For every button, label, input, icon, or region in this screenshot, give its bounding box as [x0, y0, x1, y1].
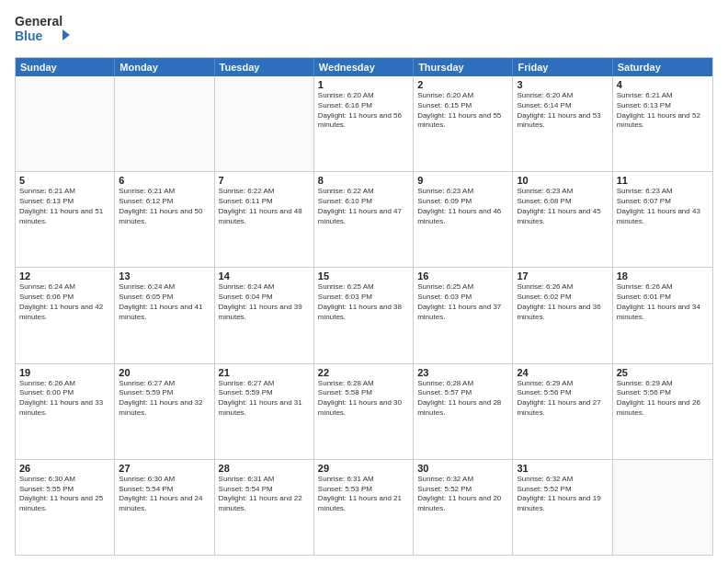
calendar-header: SundayMondayTuesdayWednesdayThursdayFrid… [16, 58, 712, 76]
day-number: 30 [417, 463, 508, 474]
calendar-cell: 10Sunrise: 6:23 AM Sunset: 6:08 PM Dayli… [513, 172, 612, 267]
calendar-cell: 28Sunrise: 6:31 AM Sunset: 5:54 PM Dayli… [215, 460, 314, 555]
svg-text:Blue: Blue [15, 29, 43, 43]
cell-info: Sunrise: 6:30 AM Sunset: 5:54 PM Dayligh… [119, 475, 210, 514]
day-number: 4 [617, 79, 709, 90]
calendar-week: 1Sunrise: 6:20 AM Sunset: 6:16 PM Daylig… [16, 76, 712, 172]
cell-info: Sunrise: 6:31 AM Sunset: 5:54 PM Dayligh… [219, 475, 310, 514]
day-number: 14 [219, 270, 310, 282]
svg-marker-2 [63, 29, 70, 40]
calendar: SundayMondayTuesdayWednesdayThursdayFrid… [15, 57, 713, 556]
cell-info: Sunrise: 6:32 AM Sunset: 5:52 PM Dayligh… [517, 475, 608, 514]
calendar-week: 12Sunrise: 6:24 AM Sunset: 6:06 PM Dayli… [16, 268, 712, 363]
weekday-header: Friday [513, 58, 612, 76]
weekday-header: Thursday [414, 58, 513, 76]
cell-info: Sunrise: 6:29 AM Sunset: 5:56 PM Dayligh… [617, 379, 709, 419]
logo-svg: GeneralBlue [15, 11, 70, 50]
calendar-cell: 1Sunrise: 6:20 AM Sunset: 6:16 PM Daylig… [314, 76, 414, 171]
day-number: 25 [617, 367, 709, 378]
cell-info: Sunrise: 6:24 AM Sunset: 6:06 PM Dayligh… [19, 282, 110, 322]
cell-info: Sunrise: 6:21 AM Sunset: 6:13 PM Dayligh… [19, 187, 110, 226]
day-number: 16 [417, 270, 508, 282]
calendar-body: 1Sunrise: 6:20 AM Sunset: 6:16 PM Daylig… [16, 76, 712, 555]
calendar-cell: 19Sunrise: 6:26 AM Sunset: 6:00 PM Dayli… [16, 364, 115, 459]
weekday-header: Tuesday [215, 58, 314, 76]
day-number: 6 [119, 175, 210, 186]
calendar-cell: 27Sunrise: 6:30 AM Sunset: 5:54 PM Dayli… [115, 460, 214, 555]
calendar-week: 19Sunrise: 6:26 AM Sunset: 6:00 PM Dayli… [16, 364, 712, 460]
weekday-header: Saturday [613, 58, 712, 76]
calendar-cell: 24Sunrise: 6:29 AM Sunset: 5:56 PM Dayli… [513, 364, 612, 459]
cell-info: Sunrise: 6:26 AM Sunset: 6:02 PM Dayligh… [517, 282, 608, 322]
cell-info: Sunrise: 6:24 AM Sunset: 6:04 PM Dayligh… [219, 282, 310, 322]
calendar-cell: 9Sunrise: 6:23 AM Sunset: 6:09 PM Daylig… [414, 172, 513, 267]
calendar-cell: 26Sunrise: 6:30 AM Sunset: 5:55 PM Dayli… [16, 460, 115, 555]
calendar-cell: 2Sunrise: 6:20 AM Sunset: 6:15 PM Daylig… [414, 76, 513, 171]
cell-info: Sunrise: 6:22 AM Sunset: 6:10 PM Dayligh… [318, 187, 409, 226]
cell-info: Sunrise: 6:21 AM Sunset: 6:13 PM Dayligh… [617, 91, 709, 131]
cell-info: Sunrise: 6:27 AM Sunset: 5:59 PM Dayligh… [219, 379, 310, 419]
calendar-cell: 8Sunrise: 6:22 AM Sunset: 6:10 PM Daylig… [314, 172, 414, 267]
calendar-cell: 25Sunrise: 6:29 AM Sunset: 5:56 PM Dayli… [613, 364, 712, 459]
cell-info: Sunrise: 6:24 AM Sunset: 6:05 PM Dayligh… [119, 282, 210, 322]
calendar-cell: 14Sunrise: 6:24 AM Sunset: 6:04 PM Dayli… [215, 268, 314, 362]
day-number: 11 [617, 175, 709, 186]
weekday-header: Wednesday [314, 58, 414, 76]
day-number: 23 [417, 367, 508, 378]
calendar-cell: 20Sunrise: 6:27 AM Sunset: 5:59 PM Dayli… [115, 364, 214, 459]
calendar-cell [215, 76, 314, 171]
cell-info: Sunrise: 6:20 AM Sunset: 6:16 PM Dayligh… [318, 91, 409, 131]
day-number: 27 [119, 463, 210, 474]
day-number: 20 [119, 367, 210, 378]
logo: GeneralBlue [15, 11, 70, 50]
day-number: 3 [517, 79, 608, 90]
day-number: 18 [617, 270, 709, 282]
day-number: 22 [318, 367, 409, 378]
calendar-cell: 18Sunrise: 6:26 AM Sunset: 6:01 PM Dayli… [613, 268, 712, 362]
day-number: 10 [517, 175, 608, 186]
calendar-cell: 21Sunrise: 6:27 AM Sunset: 5:59 PM Dayli… [215, 364, 314, 459]
calendar-cell: 5Sunrise: 6:21 AM Sunset: 6:13 PM Daylig… [16, 172, 115, 267]
day-number: 1 [318, 79, 409, 90]
calendar-cell: 4Sunrise: 6:21 AM Sunset: 6:13 PM Daylig… [613, 76, 712, 171]
day-number: 17 [517, 270, 608, 282]
day-number: 21 [219, 367, 310, 378]
cell-info: Sunrise: 6:23 AM Sunset: 6:09 PM Dayligh… [417, 187, 508, 226]
cell-info: Sunrise: 6:29 AM Sunset: 5:56 PM Dayligh… [517, 379, 608, 419]
day-number: 15 [318, 270, 409, 282]
day-number: 26 [19, 463, 110, 474]
weekday-header: Monday [115, 58, 214, 76]
calendar-cell: 11Sunrise: 6:23 AM Sunset: 6:07 PM Dayli… [613, 172, 712, 267]
day-number: 7 [219, 175, 310, 186]
day-number: 12 [19, 270, 110, 282]
calendar-cell: 22Sunrise: 6:28 AM Sunset: 5:58 PM Dayli… [314, 364, 414, 459]
cell-info: Sunrise: 6:28 AM Sunset: 5:58 PM Dayligh… [318, 379, 409, 419]
calendar-cell: 3Sunrise: 6:20 AM Sunset: 6:14 PM Daylig… [513, 76, 612, 171]
calendar-cell: 15Sunrise: 6:25 AM Sunset: 6:03 PM Dayli… [314, 268, 414, 362]
cell-info: Sunrise: 6:26 AM Sunset: 6:01 PM Dayligh… [617, 282, 709, 322]
cell-info: Sunrise: 6:26 AM Sunset: 6:00 PM Dayligh… [19, 379, 110, 419]
calendar-cell: 23Sunrise: 6:28 AM Sunset: 5:57 PM Dayli… [414, 364, 513, 459]
calendar-cell [115, 76, 214, 171]
weekday-header: Sunday [16, 58, 115, 76]
cell-info: Sunrise: 6:30 AM Sunset: 5:55 PM Dayligh… [19, 475, 110, 514]
calendar-cell: 13Sunrise: 6:24 AM Sunset: 6:05 PM Dayli… [115, 268, 214, 362]
cell-info: Sunrise: 6:25 AM Sunset: 6:03 PM Dayligh… [318, 282, 409, 322]
calendar-cell: 12Sunrise: 6:24 AM Sunset: 6:06 PM Dayli… [16, 268, 115, 362]
cell-info: Sunrise: 6:21 AM Sunset: 6:12 PM Dayligh… [119, 187, 210, 226]
day-number: 13 [119, 270, 210, 282]
calendar-cell [613, 460, 712, 555]
day-number: 9 [417, 175, 508, 186]
day-number: 24 [517, 367, 608, 378]
day-number: 28 [219, 463, 310, 474]
calendar-cell: 16Sunrise: 6:25 AM Sunset: 6:03 PM Dayli… [414, 268, 513, 362]
svg-text:General: General [15, 14, 63, 29]
page: GeneralBlue SundayMondayTuesdayWednesday… [0, 0, 728, 563]
day-number: 29 [318, 463, 409, 474]
day-number: 5 [19, 175, 110, 186]
day-number: 8 [318, 175, 409, 186]
cell-info: Sunrise: 6:28 AM Sunset: 5:57 PM Dayligh… [417, 379, 508, 419]
calendar-cell: 17Sunrise: 6:26 AM Sunset: 6:02 PM Dayli… [513, 268, 612, 362]
cell-info: Sunrise: 6:23 AM Sunset: 6:07 PM Dayligh… [617, 187, 709, 226]
cell-info: Sunrise: 6:23 AM Sunset: 6:08 PM Dayligh… [517, 187, 608, 226]
